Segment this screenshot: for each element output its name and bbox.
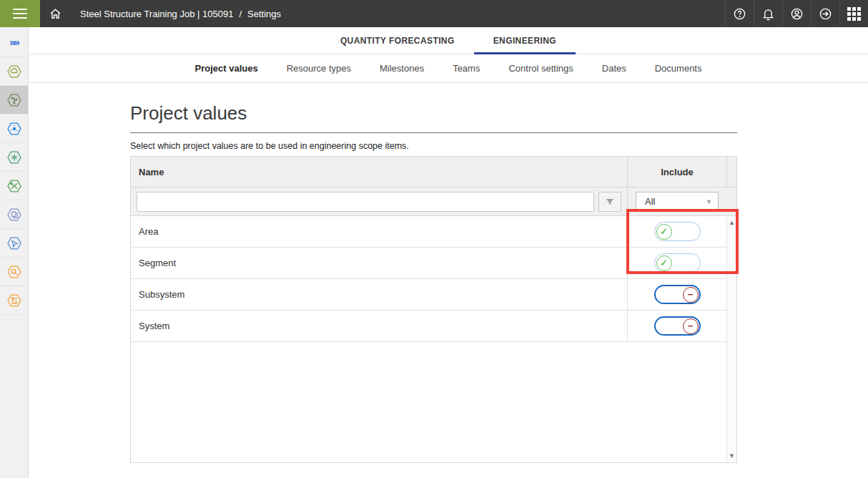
page-description: Select which project values are to be us…	[130, 141, 868, 151]
spark-hexagon-icon	[6, 149, 23, 166]
table-scrollbar[interactable]: ▲ ▼	[726, 216, 736, 462]
double-chevron-right-icon: »»	[9, 36, 19, 48]
filter-funnel-icon	[605, 197, 615, 207]
main-area: QUANTITY FORECASTING ENGINEERING Project…	[29, 27, 868, 463]
notifications-button[interactable]	[754, 0, 782, 27]
subtab-project-values[interactable]: Project values	[195, 63, 258, 74]
table-body: Area ✓ Segment ✓ S	[131, 216, 736, 462]
row-include-cell: ✓	[627, 216, 726, 247]
topbar-actions	[725, 0, 868, 27]
tools-hexagon-icon	[6, 177, 23, 195]
title-divider	[130, 132, 737, 133]
table-row[interactable]: Segment ✓	[131, 248, 726, 279]
copy-hexagon-icon	[6, 206, 23, 223]
branch-hexagon-icon	[6, 92, 23, 109]
toggle-state-icon: ✓	[656, 224, 672, 240]
sidebar-item-branch[interactable]	[0, 86, 28, 114]
home-icon	[49, 8, 61, 20]
subtab-resource-types[interactable]: Resource types	[287, 63, 351, 74]
settings-subtabbar: Project values Resource types Milestones…	[29, 54, 868, 83]
topbar: Steel Structure Training Job | 105091 / …	[0, 0, 868, 27]
sidebar-item-search[interactable]	[0, 258, 28, 286]
include-filter-value: All	[645, 196, 655, 207]
subtab-control-settings[interactable]: Control settings	[508, 63, 573, 74]
tab-quantity-forecasting[interactable]: QUANTITY FORECASTING	[321, 27, 474, 54]
toggle-state-icon: −	[683, 287, 699, 303]
row-include-cell: −	[627, 311, 726, 341]
cloud-hexagon-icon	[6, 63, 23, 80]
account-button[interactable]	[782, 0, 811, 27]
hamburger-menu-button[interactable]	[0, 0, 40, 27]
toggle-state-icon: −	[683, 318, 699, 334]
chevron-down-icon: ▼	[706, 198, 712, 205]
logout-icon	[819, 7, 832, 21]
include-toggle[interactable]: −	[654, 285, 701, 304]
include-toggle[interactable]: ✓	[654, 253, 701, 273]
breadcrumb-page: Settings	[247, 9, 281, 19]
include-toggle[interactable]: ✓	[654, 222, 701, 241]
page-title: Project values	[130, 102, 868, 125]
sidebar-item-copy[interactable]	[0, 200, 28, 229]
row-name: Area	[131, 216, 627, 247]
help-icon	[733, 7, 746, 21]
scroll-up-icon[interactable]: ▲	[727, 219, 736, 226]
help-button[interactable]	[725, 0, 754, 27]
row-include-cell: −	[627, 279, 726, 310]
breadcrumb-job[interactable]: Steel Structure Training Job | 105091	[80, 9, 233, 19]
breadcrumb: Steel Structure Training Job | 105091 / …	[70, 0, 281, 27]
sidebar-item-checklist[interactable]	[0, 286, 28, 315]
bell-icon	[761, 7, 775, 21]
row-include-cell: ✓	[627, 248, 726, 278]
name-filter-input[interactable]	[137, 192, 594, 212]
column-header-include: Include	[627, 157, 726, 187]
tab-engineering[interactable]: ENGINEERING	[474, 27, 576, 54]
sidebar-expand-button[interactable]: »»	[0, 27, 28, 57]
cursor-hexagon-icon	[6, 235, 23, 252]
home-button[interactable]	[40, 0, 70, 27]
table-row[interactable]: Area ✓	[131, 216, 726, 248]
toggle-state-icon: ✓	[656, 255, 672, 271]
scroll-down-icon[interactable]: ▼	[727, 452, 736, 459]
search-hexagon-icon	[6, 263, 23, 281]
table-row[interactable]: Subsystem −	[131, 279, 726, 311]
row-name: Subsystem	[131, 279, 627, 310]
project-values-table: Name Include All ▼	[130, 156, 737, 463]
sidebar-item-cloud[interactable]	[0, 57, 28, 86]
row-name: Segment	[131, 248, 627, 278]
subtab-milestones[interactable]: Milestones	[380, 63, 424, 74]
subtab-teams[interactable]: Teams	[453, 63, 480, 74]
sidebar-item-tools[interactable]	[0, 172, 28, 200]
table-header-row: Name Include	[131, 157, 736, 187]
breadcrumb-separator: /	[239, 9, 242, 19]
sidebar-item-hub[interactable]	[0, 114, 28, 143]
table-row[interactable]: System −	[131, 311, 726, 342]
sidebar: »»	[0, 27, 29, 478]
subtab-dates[interactable]: Dates	[602, 63, 626, 74]
header-scroll-spacer	[726, 157, 736, 187]
sidebar-item-spark[interactable]	[0, 143, 28, 172]
table-filter-row: All ▼	[131, 187, 736, 216]
content: Project values Select which project valu…	[29, 102, 868, 463]
filter-button[interactable]	[598, 192, 621, 212]
account-icon	[790, 7, 804, 21]
include-toggle[interactable]: −	[654, 316, 701, 336]
apps-icon	[847, 7, 861, 21]
row-name: System	[131, 311, 627, 341]
include-filter-dropdown[interactable]: All ▼	[636, 192, 719, 212]
hub-hexagon-icon	[6, 120, 23, 137]
module-tabbar: QUANTITY FORECASTING ENGINEERING	[29, 27, 868, 54]
subtab-documents[interactable]: Documents	[655, 63, 702, 74]
logout-button[interactable]	[811, 0, 839, 27]
column-header-name: Name	[131, 157, 627, 187]
checklist-hexagon-icon	[6, 292, 23, 309]
sidebar-item-cursor[interactable]	[0, 229, 28, 258]
apps-button[interactable]	[839, 0, 868, 27]
include-filter-cell: All ▼	[627, 187, 726, 215]
name-filter-cell	[131, 192, 627, 212]
hamburger-icon	[13, 6, 27, 21]
